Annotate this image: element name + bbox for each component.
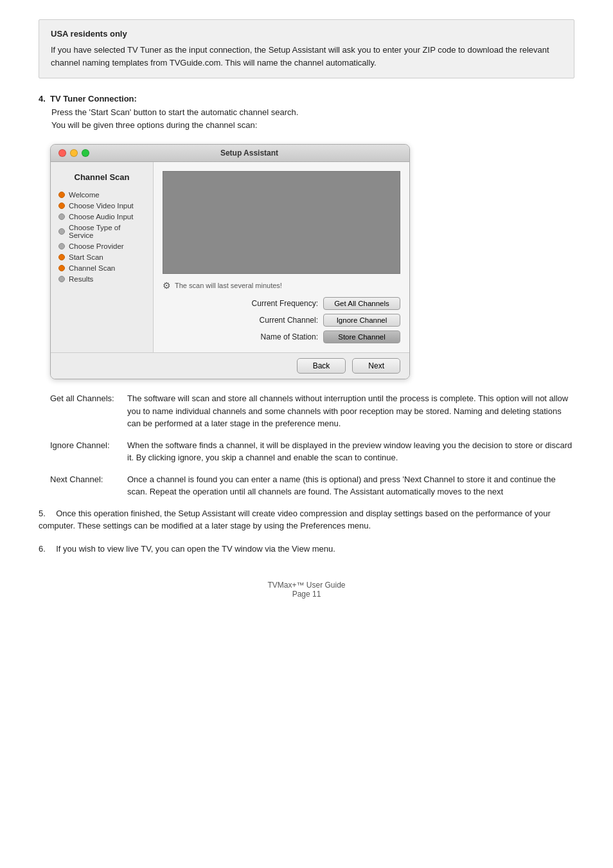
scan-fields: Current Frequency: Get All Channels Curr… [163,297,400,343]
page-footer: TVMax+™ User Guide Page 11 [39,581,574,599]
section-6-text: If you wish to view live TV, you can ope… [56,544,335,554]
section-4-header: 4. TV Tuner Connection: [39,94,574,104]
sidebar-item-5[interactable]: Start Scan [58,253,145,261]
preview-box [163,171,400,274]
sidebar-dot-5 [58,254,65,260]
section-4-title: TV Tuner Connection: [50,94,137,104]
sidebar-label-2: Choose Audio Input [69,213,133,221]
next-button[interactable]: Next [352,358,400,374]
section-5-number: 5. [39,507,51,520]
desc-def-1: When the software finds a channel, it wi… [127,439,574,464]
current-frequency-row: Current Frequency: Get All Channels [163,297,400,310]
desc-term-0: Get all Channels: [50,392,127,430]
get-all-channels-button[interactable]: Get All Channels [323,297,400,310]
sidebar-item-2[interactable]: Choose Audio Input [58,213,145,221]
sidebar-item-3[interactable]: Choose Type of Service [58,224,145,239]
description-list: Get all Channels:The software will scan … [50,392,574,498]
section-5: 5. Once this operation finished, the Set… [39,507,574,532]
section-6: 6. If you wish to view live TV, you can … [39,543,574,556]
sidebar-dot-0 [58,192,65,198]
maximize-button[interactable] [82,149,89,157]
section-4-line1: Press the 'Start Scan' button to start t… [51,106,574,119]
sidebar-label-5: Start Scan [69,253,103,261]
usa-box-text: If you have selected TV Tuner as the inp… [51,44,562,69]
sidebar-item-1[interactable]: Choose Video Input [58,202,145,210]
ignore-channel-button[interactable]: Ignore Channel [323,314,400,327]
minimize-button[interactable] [70,149,78,157]
setup-assistant-window: Setup Assistant Channel Scan WelcomeChoo… [50,144,410,379]
gear-icon: ⚙ [163,280,171,291]
sidebar-dot-4 [58,243,65,249]
back-button[interactable]: Back [297,358,346,374]
footer-line2: Page 11 [39,590,574,599]
desc-def-2: Once a channel is found you can enter a … [127,473,574,498]
section-5-text: Once this operation finished, the Setup … [39,509,551,531]
sidebar-label-7: Results [69,275,93,283]
window-title: Setup Assistant [97,149,402,158]
usa-box-title: USA residents only [51,29,562,39]
sidebar-items: WelcomeChoose Video InputChoose Audio In… [58,191,145,283]
window-controls [58,149,89,157]
section-4-line2: You will be given three options during t… [51,119,574,132]
scan-message: The scan will last several minutes! [175,282,282,289]
sidebar-label-0: Welcome [69,191,100,199]
current-frequency-label: Current Frequency: [241,299,318,308]
section-4: 4. TV Tuner Connection: Press the 'Start… [39,94,574,131]
window-content: Channel Scan WelcomeChoose Video InputCh… [51,162,409,352]
store-channel-button[interactable]: Store Channel [323,330,400,343]
usa-residents-box: USA residents only If you have selected … [39,19,574,78]
sidebar-dot-7 [58,276,65,282]
desc-item-2: Next Channel:Once a channel is found you… [50,473,574,498]
scan-info-line: ⚙ The scan will last several minutes! [163,280,400,291]
name-of-station-row: Name of Station: Store Channel [163,330,400,343]
sidebar-dot-1 [58,203,65,209]
section-4-body: Press the 'Start Scan' button to start t… [51,106,574,131]
desc-item-1: Ignore Channel:When the software finds a… [50,439,574,464]
window-footer: Back Next [51,352,409,379]
sidebar-dot-6 [58,265,65,271]
sidebar: Channel Scan WelcomeChoose Video InputCh… [51,162,154,352]
sidebar-item-0[interactable]: Welcome [58,191,145,199]
sidebar-panel-title: Channel Scan [58,172,145,182]
sidebar-item-6[interactable]: Channel Scan [58,264,145,272]
sidebar-label-3: Choose Type of Service [69,224,145,239]
current-channel-label: Current Channel: [241,316,318,325]
sidebar-label-4: Choose Provider [69,242,124,250]
current-channel-row: Current Channel: Ignore Channel [163,314,400,327]
close-button[interactable] [58,149,66,157]
window-titlebar: Setup Assistant [51,145,409,162]
sidebar-item-4[interactable]: Choose Provider [58,242,145,250]
desc-item-0: Get all Channels:The software will scan … [50,392,574,430]
section-4-number: 4. [39,94,46,104]
desc-term-1: Ignore Channel: [50,439,127,464]
desc-term-2: Next Channel: [50,473,127,498]
footer-line1: TVMax+™ User Guide [39,581,574,590]
desc-def-0: The software will scan and store all cha… [127,392,574,430]
sidebar-dot-2 [58,213,65,220]
name-of-station-label: Name of Station: [241,332,318,341]
main-area: ⚙ The scan will last several minutes! Cu… [154,162,409,352]
sidebar-label-6: Channel Scan [69,264,115,272]
sidebar-dot-3 [58,228,65,235]
sidebar-label-1: Choose Video Input [69,202,134,210]
section-6-number: 6. [39,543,51,556]
sidebar-item-7[interactable]: Results [58,275,145,283]
